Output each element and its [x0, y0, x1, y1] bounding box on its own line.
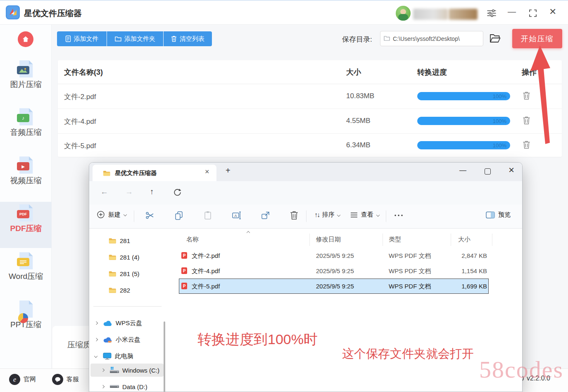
- tree-item-folder[interactable]: 281 (4): [89, 250, 166, 264]
- user-name-redacted-2: [449, 9, 478, 20]
- cut-icon[interactable]: [145, 210, 155, 220]
- tree-item-label: WPS云盘: [116, 319, 142, 327]
- sidebar-item-video[interactable]: ▶ 视频压缩: [0, 154, 52, 200]
- file-row-selected[interactable]: P 文件-5.pdf 2025/9/5 9:25 WPS PDF 文档 1,69…: [179, 279, 488, 293]
- nav-back-icon[interactable]: ←: [100, 187, 108, 196]
- nav-forward-icon[interactable]: →: [125, 187, 133, 196]
- file-type: WPS PDF 文档: [389, 267, 431, 275]
- home-button[interactable]: [18, 31, 33, 47]
- sidebar-item-label: 视频压缩: [0, 175, 52, 186]
- nav-up-icon[interactable]: ↑: [150, 187, 154, 196]
- file-type: WPS PDF 文档: [389, 252, 431, 260]
- tree-item-drive-d[interactable]: Data (D:): [89, 380, 166, 392]
- nav-refresh-icon[interactable]: [173, 188, 181, 196]
- file-row[interactable]: P 文件-2.pdf 2025/9/5 9:25 WPS PDF 文档 2,84…: [179, 248, 488, 263]
- new-button[interactable]: 新建: [97, 210, 126, 219]
- tree-item-label: 281: [120, 237, 130, 244]
- preview-label: 预览: [498, 211, 511, 219]
- table-header-row: 文件名称(3) 大小 转换进度 操作: [58, 60, 562, 84]
- more-options-icon[interactable]: [394, 214, 404, 217]
- pdf-badge-icon: PDF: [17, 210, 29, 218]
- app-close-button[interactable]: ×: [549, 5, 556, 18]
- clear-list-label: 清空列表: [180, 35, 204, 43]
- add-folder-label: 添加文件夹: [124, 35, 155, 43]
- avatar-body: [398, 14, 408, 21]
- preview-pane-icon: [486, 211, 495, 219]
- app-titlebar: 星优文件压缩器 — ×: [0, 0, 568, 25]
- add-file-icon: [65, 35, 71, 42]
- sidebar-item-ppt[interactable]: PPT压缩: [0, 298, 52, 344]
- file-date: 2025/9/5 9:25: [316, 283, 354, 290]
- save-dir-input[interactable]: [380, 31, 483, 46]
- file-name: 文件-2.pdf: [192, 252, 220, 260]
- tree-item-this-pc[interactable]: 此电脑: [89, 349, 166, 363]
- col-header-size: 大小: [346, 67, 361, 77]
- col-size[interactable]: 大小: [458, 236, 471, 243]
- col-header-name: 文件名称(3): [64, 67, 103, 77]
- open-folder-button[interactable]: [489, 33, 501, 44]
- file-size: 4.55MB: [346, 117, 371, 125]
- wps-pdf-file-icon: P: [181, 282, 188, 290]
- tree-item-folder[interactable]: 281 (5): [89, 267, 166, 280]
- sidebar-item-word[interactable]: Word压缩: [0, 250, 52, 296]
- app-maximize-button[interactable]: [529, 9, 537, 17]
- explorer-close-button[interactable]: ×: [509, 164, 514, 176]
- folder-icon: [108, 254, 116, 261]
- svg-text:A: A: [234, 214, 237, 218]
- file-type: WPS PDF 文档: [389, 283, 431, 290]
- save-dir-field[interactable]: [380, 31, 483, 46]
- table-row: 文件-2.pdf 10.83MB 100%: [58, 84, 562, 109]
- sidebar-item-label: 音频压缩: [0, 127, 52, 138]
- tree-item-wps-cloud[interactable]: WPS云盘: [89, 316, 166, 330]
- svg-text:P: P: [183, 284, 186, 288]
- file-row[interactable]: P 文件-4.pdf 2025/9/5 9:25 WPS PDF 文档 1,15…: [179, 264, 488, 278]
- explorer-minimize-button[interactable]: —: [459, 166, 466, 175]
- add-file-button[interactable]: 添加文件: [57, 31, 107, 46]
- tree-item-folder[interactable]: 282: [89, 283, 166, 297]
- add-folder-button[interactable]: 添加文件夹: [107, 31, 163, 46]
- progress-bar: 100%: [417, 117, 510, 125]
- quality-label-partial: 压缩质: [67, 340, 91, 350]
- explorer-tab[interactable]: 星优文件压缩器 ×: [93, 165, 216, 181]
- delete-icon[interactable]: [290, 210, 299, 220]
- file-date: 2025/9/5 9:25: [316, 267, 354, 274]
- view-button[interactable]: 查看: [350, 211, 379, 219]
- tree-item-label: Data (D:): [122, 383, 147, 390]
- wps-pdf-file-icon: P: [181, 252, 188, 259]
- save-dir-label: 保存目录:: [342, 35, 372, 44]
- new-tab-button[interactable]: +: [226, 166, 231, 175]
- tree-item-mi-cloud[interactable]: 小米云盘: [89, 333, 166, 346]
- support-button[interactable]: 客服: [52, 374, 79, 385]
- official-site-button[interactable]: e 官网: [9, 374, 36, 385]
- tab-close-icon[interactable]: ×: [205, 168, 209, 176]
- tree-item-folder[interactable]: 281: [89, 234, 166, 247]
- tree-item-drive-c[interactable]: Windows (C:): [89, 364, 166, 377]
- chevron-down-icon: [94, 354, 97, 358]
- col-type[interactable]: 类型: [389, 236, 401, 243]
- home-icon: [21, 35, 30, 43]
- explorer-toolbar: 新建 A ↑↓ 排序 查看: [89, 205, 523, 229]
- rename-icon[interactable]: A: [232, 210, 242, 220]
- share-icon[interactable]: [261, 210, 271, 220]
- user-name-redacted: [413, 9, 448, 20]
- app-minimize-button[interactable]: —: [508, 7, 516, 17]
- copy-icon[interactable]: [174, 210, 184, 220]
- tree-scrollbar-thumb[interactable]: [164, 321, 165, 392]
- drive-icon: [109, 385, 119, 389]
- sidebar-item-audio[interactable]: ♪ 音频压缩: [0, 106, 52, 152]
- preview-button[interactable]: 预览: [486, 211, 511, 219]
- chevron-right-icon: [95, 338, 98, 341]
- paste-icon[interactable]: [203, 210, 213, 220]
- sidebar-item-image[interactable]: 图片压缩: [0, 58, 52, 104]
- settings-sliders-icon[interactable]: [487, 9, 497, 18]
- clear-list-button[interactable]: 清空列表: [164, 31, 212, 46]
- drive-windows-icon: [109, 367, 119, 374]
- sort-button[interactable]: ↑↓ 排序: [314, 211, 340, 219]
- sidebar-item-label: PDF压缩: [0, 223, 52, 234]
- sidebar-item-pdf[interactable]: PDF PDF压缩: [0, 202, 52, 248]
- file-name: 文件-5.pdf: [192, 283, 220, 290]
- user-avatar[interactable]: [396, 6, 411, 21]
- col-name[interactable]: 名称: [186, 236, 199, 243]
- col-date[interactable]: 修改日期: [316, 236, 341, 243]
- explorer-maximize-button[interactable]: [485, 168, 491, 175]
